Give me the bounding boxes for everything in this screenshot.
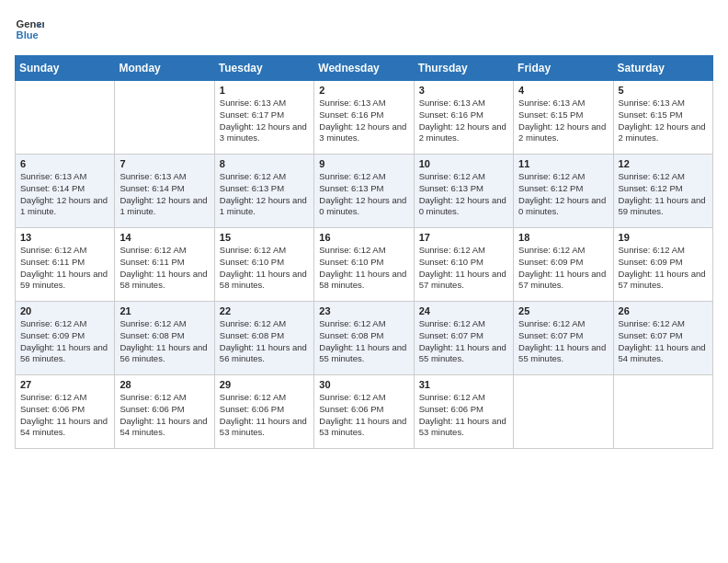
day-number: 4	[518, 85, 608, 96]
day-info: Sunrise: 6:13 AMSunset: 6:16 PMDaylight:…	[419, 98, 508, 144]
day-number: 12	[619, 158, 708, 169]
calendar-day-cell: 11Sunrise: 6:12 AMSunset: 6:12 PMDayligh…	[514, 155, 613, 228]
calendar-day-cell: 9Sunrise: 6:12 AMSunset: 6:13 PMDaylight…	[314, 155, 414, 228]
day-number: 30	[319, 379, 408, 390]
day-info: Sunrise: 6:12 AMSunset: 6:06 PMDaylight:…	[119, 392, 209, 439]
calendar-day-cell: 20Sunrise: 6:12 AMSunset: 6:09 PMDayligh…	[16, 302, 115, 375]
calendar-day-cell: 27Sunrise: 6:12 AMSunset: 6:06 PMDayligh…	[16, 375, 115, 449]
day-number: 16	[319, 232, 408, 243]
day-info: Sunrise: 6:13 AMSunset: 6:14 PMDaylight:…	[119, 171, 209, 218]
calendar-day-cell: 24Sunrise: 6:12 AMSunset: 6:07 PMDayligh…	[414, 302, 513, 375]
calendar-day-cell: 17Sunrise: 6:12 AMSunset: 6:10 PMDayligh…	[414, 228, 513, 302]
day-info: Sunrise: 6:12 AMSunset: 6:07 PMDaylight:…	[619, 318, 708, 365]
day-info: Sunrise: 6:12 AMSunset: 6:12 PMDaylight:…	[619, 171, 708, 218]
day-number: 25	[518, 305, 608, 316]
calendar-day-cell: 7Sunrise: 6:13 AMSunset: 6:14 PMDaylight…	[115, 155, 214, 228]
calendar-day-cell: 16Sunrise: 6:12 AMSunset: 6:10 PMDayligh…	[314, 228, 414, 302]
day-number: 17	[419, 232, 508, 243]
calendar-week-row: 13Sunrise: 6:12 AMSunset: 6:11 PMDayligh…	[16, 228, 713, 302]
svg-text:Blue: Blue	[17, 29, 39, 40]
day-info: Sunrise: 6:12 AMSunset: 6:11 PMDaylight:…	[20, 245, 109, 292]
calendar-day-cell	[16, 81, 115, 155]
day-info: Sunrise: 6:12 AMSunset: 6:09 PMDaylight:…	[619, 245, 708, 292]
day-number: 26	[619, 305, 708, 316]
day-info: Sunrise: 6:12 AMSunset: 6:08 PMDaylight:…	[119, 318, 209, 365]
day-number: 5	[619, 85, 708, 96]
calendar-day-cell: 8Sunrise: 6:12 AMSunset: 6:13 PMDaylight…	[214, 155, 313, 228]
day-number: 24	[419, 305, 508, 316]
calendar-day-cell: 2Sunrise: 6:13 AMSunset: 6:16 PMDaylight…	[314, 81, 414, 155]
calendar-day-cell: 25Sunrise: 6:12 AMSunset: 6:07 PMDayligh…	[514, 302, 613, 375]
day-info: Sunrise: 6:12 AMSunset: 6:10 PMDaylight:…	[319, 245, 408, 292]
day-number: 22	[220, 305, 309, 316]
day-info: Sunrise: 6:13 AMSunset: 6:16 PMDaylight:…	[319, 98, 408, 144]
day-info: Sunrise: 6:12 AMSunset: 6:10 PMDaylight:…	[220, 245, 309, 292]
day-of-week-sunday: Sunday	[16, 56, 115, 81]
logo: General Blue	[15, 15, 48, 44]
day-info: Sunrise: 6:12 AMSunset: 6:06 PMDaylight:…	[20, 392, 109, 439]
day-number: 2	[319, 85, 408, 96]
day-info: Sunrise: 6:12 AMSunset: 6:08 PMDaylight:…	[220, 318, 309, 365]
day-info: Sunrise: 6:12 AMSunset: 6:13 PMDaylight:…	[419, 171, 508, 218]
day-number: 28	[119, 379, 209, 390]
day-info: Sunrise: 6:12 AMSunset: 6:10 PMDaylight:…	[419, 245, 508, 292]
calendar-week-row: 27Sunrise: 6:12 AMSunset: 6:06 PMDayligh…	[16, 375, 713, 449]
day-number: 31	[419, 379, 508, 390]
calendar-day-cell: 15Sunrise: 6:12 AMSunset: 6:10 PMDayligh…	[214, 228, 313, 302]
calendar-day-cell: 22Sunrise: 6:12 AMSunset: 6:08 PMDayligh…	[214, 302, 313, 375]
day-info: Sunrise: 6:13 AMSunset: 6:17 PMDaylight:…	[220, 98, 309, 144]
day-info: Sunrise: 6:12 AMSunset: 6:07 PMDaylight:…	[419, 318, 508, 365]
day-number: 18	[518, 232, 608, 243]
day-of-week-saturday: Saturday	[613, 56, 712, 81]
day-number: 8	[220, 158, 309, 169]
day-number: 29	[220, 379, 309, 390]
calendar-week-row: 1Sunrise: 6:13 AMSunset: 6:17 PMDaylight…	[16, 81, 713, 155]
calendar-day-cell: 5Sunrise: 6:13 AMSunset: 6:15 PMDaylight…	[613, 81, 712, 155]
day-of-week-friday: Friday	[514, 56, 613, 81]
page-header: General Blue	[15, 15, 713, 44]
logo-icon: General Blue	[15, 15, 44, 44]
day-number: 10	[419, 158, 508, 169]
calendar-table: SundayMondayTuesdayWednesdayThursdayFrid…	[15, 55, 713, 449]
calendar-day-cell: 31Sunrise: 6:12 AMSunset: 6:06 PMDayligh…	[414, 375, 513, 449]
day-number: 20	[20, 305, 109, 316]
calendar-day-cell: 21Sunrise: 6:12 AMSunset: 6:08 PMDayligh…	[115, 302, 214, 375]
day-number: 23	[319, 305, 408, 316]
calendar-day-cell: 14Sunrise: 6:12 AMSunset: 6:11 PMDayligh…	[115, 228, 214, 302]
calendar-day-cell: 1Sunrise: 6:13 AMSunset: 6:17 PMDaylight…	[214, 81, 313, 155]
calendar-day-cell: 13Sunrise: 6:12 AMSunset: 6:11 PMDayligh…	[16, 228, 115, 302]
calendar-day-cell: 19Sunrise: 6:12 AMSunset: 6:09 PMDayligh…	[613, 228, 712, 302]
day-of-week-thursday: Thursday	[414, 56, 513, 81]
day-number: 15	[220, 232, 309, 243]
day-info: Sunrise: 6:12 AMSunset: 6:06 PMDaylight:…	[319, 392, 408, 439]
day-info: Sunrise: 6:12 AMSunset: 6:13 PMDaylight:…	[319, 171, 408, 218]
day-of-week-monday: Monday	[115, 56, 214, 81]
calendar-day-cell: 6Sunrise: 6:13 AMSunset: 6:14 PMDaylight…	[16, 155, 115, 228]
calendar-day-cell	[514, 375, 613, 449]
calendar-day-cell: 30Sunrise: 6:12 AMSunset: 6:06 PMDayligh…	[314, 375, 414, 449]
day-number: 19	[619, 232, 708, 243]
calendar-day-cell: 4Sunrise: 6:13 AMSunset: 6:15 PMDaylight…	[514, 81, 613, 155]
day-number: 27	[20, 379, 109, 390]
day-number: 3	[419, 85, 508, 96]
day-number: 21	[119, 305, 209, 316]
calendar-header-row: SundayMondayTuesdayWednesdayThursdayFrid…	[16, 56, 713, 81]
day-info: Sunrise: 6:13 AMSunset: 6:14 PMDaylight:…	[20, 171, 109, 218]
calendar-day-cell: 23Sunrise: 6:12 AMSunset: 6:08 PMDayligh…	[314, 302, 414, 375]
calendar-day-cell: 18Sunrise: 6:12 AMSunset: 6:09 PMDayligh…	[514, 228, 613, 302]
day-number: 9	[319, 158, 408, 169]
calendar-day-cell: 28Sunrise: 6:12 AMSunset: 6:06 PMDayligh…	[115, 375, 214, 449]
calendar-day-cell	[613, 375, 712, 449]
calendar-week-row: 6Sunrise: 6:13 AMSunset: 6:14 PMDaylight…	[16, 155, 713, 228]
svg-text:General: General	[17, 18, 44, 29]
day-info: Sunrise: 6:13 AMSunset: 6:15 PMDaylight:…	[518, 98, 608, 144]
day-info: Sunrise: 6:12 AMSunset: 6:06 PMDaylight:…	[419, 392, 508, 439]
calendar-day-cell	[115, 81, 214, 155]
calendar-day-cell: 3Sunrise: 6:13 AMSunset: 6:16 PMDaylight…	[414, 81, 513, 155]
day-info: Sunrise: 6:12 AMSunset: 6:09 PMDaylight:…	[518, 245, 608, 292]
day-info: Sunrise: 6:12 AMSunset: 6:08 PMDaylight:…	[319, 318, 408, 365]
day-number: 13	[20, 232, 109, 243]
day-of-week-tuesday: Tuesday	[214, 56, 313, 81]
day-number: 1	[220, 85, 309, 96]
calendar-week-row: 20Sunrise: 6:12 AMSunset: 6:09 PMDayligh…	[16, 302, 713, 375]
